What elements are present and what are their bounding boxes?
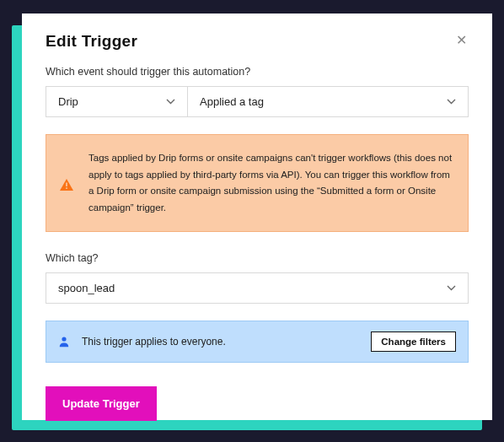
svg-rect-1 — [66, 187, 67, 189]
event-select[interactable]: Applied a tag — [188, 87, 468, 116]
chevron-down-icon — [166, 99, 175, 105]
svg-point-2 — [62, 337, 66, 342]
tag-select-value: spoon_lead — [58, 282, 115, 294]
chevron-down-icon — [447, 99, 456, 105]
filters-info-text: This trigger applies to everyone. — [82, 336, 359, 348]
modal-title: Edit Trigger — [46, 32, 137, 51]
event-select-row: Drip Applied a tag — [46, 86, 469, 117]
modal-header: Edit Trigger ✕ — [46, 32, 469, 51]
edit-trigger-modal: Edit Trigger ✕ Which event should trigge… — [22, 13, 492, 420]
event-select-value: Applied a tag — [200, 95, 264, 108]
warning-icon — [60, 179, 73, 191]
provider-select-value: Drip — [58, 95, 78, 108]
provider-select[interactable]: Drip — [46, 87, 188, 116]
person-icon — [58, 336, 70, 348]
close-icon[interactable]: ✕ — [454, 32, 469, 49]
chevron-down-icon — [447, 285, 456, 291]
warning-alert: Tags applied by Drip forms or onsite cam… — [46, 134, 469, 232]
update-trigger-button[interactable]: Update Trigger — [46, 386, 157, 421]
tag-select[interactable]: spoon_lead — [46, 272, 469, 304]
svg-rect-0 — [66, 183, 67, 187]
warning-text: Tags applied by Drip forms or onsite cam… — [88, 150, 454, 216]
event-field-label: Which event should trigger this automati… — [46, 66, 469, 78]
tag-field-label: Which tag? — [46, 252, 469, 264]
change-filters-button[interactable]: Change filters — [371, 332, 456, 352]
filters-info-bar: This trigger applies to everyone. Change… — [46, 321, 469, 363]
